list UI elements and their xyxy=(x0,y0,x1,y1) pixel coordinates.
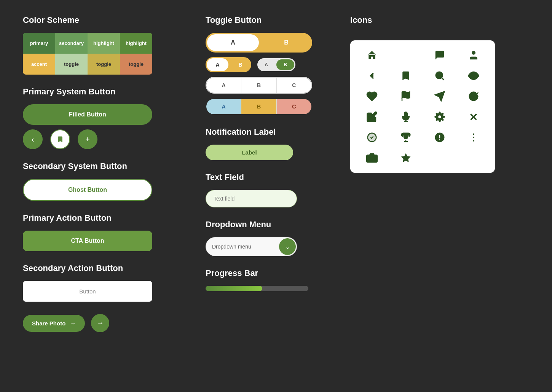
camera-icon xyxy=(359,152,384,164)
toggle-three-colored-a[interactable]: A xyxy=(206,99,241,114)
exclamation-icon xyxy=(427,132,452,143)
secondary-action-button[interactable]: Button xyxy=(23,281,152,302)
color-scheme-section: Color Scheme primary secondary highlight… xyxy=(23,15,183,75)
dropdown-wrap[interactable]: Dropdown menu ⌄ xyxy=(206,237,297,256)
plus-icon xyxy=(393,49,418,61)
primary-system-button-section: Primary System Button Filled Button ‹ + xyxy=(23,87,183,149)
chevron-left-icon xyxy=(359,70,384,81)
svg-point-9 xyxy=(473,133,474,135)
text-field-title: Text Field xyxy=(206,172,327,182)
check-badge-icon xyxy=(359,132,384,143)
toggle-three-light[interactable]: A B C xyxy=(206,77,312,94)
svg-rect-8 xyxy=(439,139,440,140)
flag-icon xyxy=(393,91,418,102)
svg-point-6 xyxy=(367,133,377,142)
color-scheme-title: Color Scheme xyxy=(23,15,183,25)
toggle-med-b: B xyxy=(230,57,251,72)
eye-icon xyxy=(461,70,486,81)
notification-label-title: Notification Label xyxy=(206,127,327,137)
color-highlight2: highlight xyxy=(120,33,152,54)
toggle-three-light-a[interactable]: A xyxy=(206,78,241,93)
notification-label-section: Notification Label Label xyxy=(206,127,327,160)
check-circle-icon xyxy=(461,91,486,102)
plus-icon-button[interactable]: + xyxy=(78,129,97,149)
progress-bar-title: Progress Bar xyxy=(206,268,327,278)
toggle-med-a: A xyxy=(207,58,228,71)
toggle-sm-1[interactable]: A B xyxy=(257,58,295,71)
icon-button-row: ‹ + xyxy=(23,129,183,149)
toggle-large-a: A xyxy=(207,34,259,51)
toggle-button-section: Toggle Button A B A B A B A B C A B xyxy=(206,15,327,115)
arrow-right-icon: → xyxy=(70,320,76,327)
share-photo-label: Share Photo xyxy=(32,320,65,327)
star-icon xyxy=(393,152,418,164)
middle-column: Toggle Button A B A B A B A B C A B xyxy=(206,15,327,377)
svg-point-10 xyxy=(473,137,474,138)
bookmark-icon xyxy=(393,70,418,81)
toggle-med-1[interactable]: A B xyxy=(206,57,251,72)
dropdown-menu-title: Dropdown Menu xyxy=(206,220,327,229)
toggle-medium-row: A B A B xyxy=(206,57,327,72)
toggle-large-b: B xyxy=(260,33,312,53)
svg-point-0 xyxy=(436,72,443,79)
secondary-system-button-section: Secondary System Button Ghost Button xyxy=(23,161,183,201)
toggle-three-light-c[interactable]: C xyxy=(277,78,311,93)
cta-button[interactable]: CTA Button xyxy=(23,231,152,251)
search-icon xyxy=(427,70,452,81)
svg-marker-4 xyxy=(435,92,444,101)
svg-point-11 xyxy=(473,140,474,142)
toggle-three-colored[interactable]: A B C xyxy=(206,98,312,115)
primary-system-button-title: Primary System Button xyxy=(23,87,183,97)
bookmark-icon-button[interactable] xyxy=(50,129,70,149)
primary-action-button-title: Primary Action Button xyxy=(23,213,183,223)
empty-icon-1 xyxy=(427,152,452,164)
mic-icon xyxy=(393,111,418,123)
filled-button[interactable]: Filled Button xyxy=(23,104,152,125)
progress-bar-section: Progress Bar xyxy=(206,268,327,291)
svg-point-12 xyxy=(370,156,374,160)
color-toggle2: toggle xyxy=(88,54,120,75)
dropdown-menu-section: Dropdown Menu Dropdown menu ⌄ xyxy=(206,220,327,256)
share-photo-button[interactable]: Share Photo → xyxy=(23,315,85,332)
user-icon xyxy=(461,49,486,61)
color-grid: primary secondary highlight highlight ac… xyxy=(23,33,152,75)
color-toggle1: toggle xyxy=(55,54,88,75)
text-field-section: Text Field xyxy=(206,172,327,207)
send-icon xyxy=(427,91,452,102)
settings-icon xyxy=(427,111,452,123)
icons-panel xyxy=(350,40,495,173)
secondary-action-button-title: Secondary Action Button xyxy=(23,263,183,273)
trophy-icon xyxy=(393,132,418,143)
primary-action-button-section: Primary Action Button CTA Button xyxy=(23,213,183,251)
color-primary: primary xyxy=(23,33,55,54)
chat-icon xyxy=(427,49,452,61)
secondary-action-button-section: Secondary Action Button Button xyxy=(23,263,183,302)
icons-title: Icons xyxy=(350,15,529,25)
share-photo-row: Share Photo → → xyxy=(23,314,183,332)
edit-icon xyxy=(359,111,384,123)
toggle-three-colored-c[interactable]: C xyxy=(277,99,311,114)
dropdown-select[interactable]: Dropdown menu xyxy=(206,238,278,255)
toggle-sm-a: A xyxy=(257,58,275,71)
secondary-system-button-title: Secondary System Button xyxy=(23,161,183,171)
toggle-large[interactable]: A B xyxy=(206,33,312,53)
x-icon xyxy=(461,111,486,123)
color-toggle3: toggle xyxy=(120,54,152,75)
dots-icon xyxy=(461,132,486,143)
color-accent: accent xyxy=(23,54,55,75)
back-icon-button[interactable]: ‹ xyxy=(23,129,43,149)
text-field-input[interactable] xyxy=(206,190,297,207)
arrow-circle-button[interactable]: → xyxy=(91,314,109,332)
toggle-button-title: Toggle Button xyxy=(206,15,327,25)
toggle-three-colored-b[interactable]: B xyxy=(241,99,276,114)
color-highlight1: highlight xyxy=(88,33,120,54)
right-column: Icons xyxy=(350,15,529,377)
svg-rect-7 xyxy=(439,135,440,139)
home-icon xyxy=(359,49,384,61)
ghost-button[interactable]: Ghost Button xyxy=(23,179,152,201)
heart-icon xyxy=(359,91,384,102)
progress-fill xyxy=(206,286,262,291)
toggle-three-light-b[interactable]: B xyxy=(241,78,276,93)
progress-track xyxy=(206,286,308,291)
color-secondary: secondary xyxy=(55,33,88,54)
